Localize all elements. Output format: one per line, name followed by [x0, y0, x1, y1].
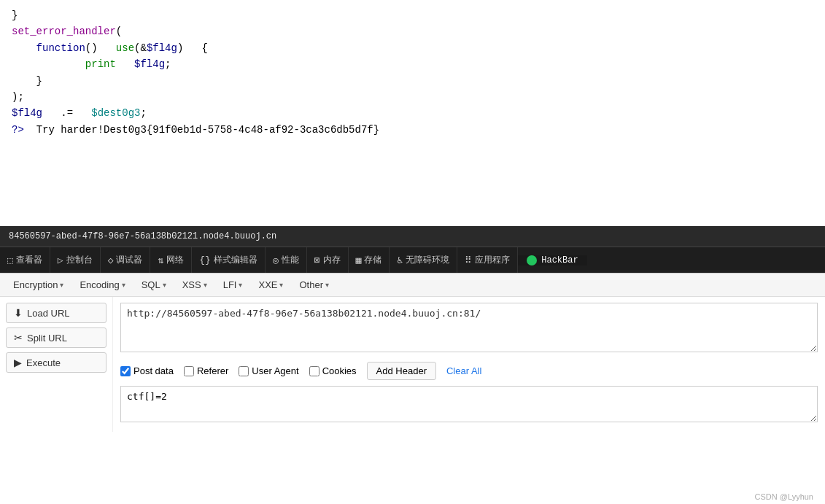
menu-encoding-label: Encoding — [80, 279, 119, 290]
post-data-input[interactable] — [120, 386, 818, 422]
execute-icon: ▶ — [14, 357, 22, 368]
checkbox-referer[interactable]: Referer — [184, 365, 228, 376]
menu-xxe-label: XXE — [258, 279, 277, 290]
menu-encryption-label: Encryption — [13, 279, 58, 290]
code-line: } — [12, 7, 813, 23]
tool-accessibility[interactable]: ♿ 无障碍环境 — [390, 247, 457, 273]
tool-application[interactable]: ⠿ 应用程序 — [457, 247, 518, 273]
tool-inspector[interactable]: ⬚ 查看器 — [0, 247, 50, 273]
sql-arrow-icon: ▾ — [163, 281, 166, 289]
cookies-label: Cookies — [322, 365, 357, 376]
menu-bar: Encryption ▾ Encoding ▾ SQL ▾ XSS ▾ LFI … — [0, 274, 825, 297]
url-bar: 84560597-abed-47f8-96e7-56a138b02121.nod… — [0, 226, 825, 247]
tool-network-label: 网络 — [166, 254, 184, 266]
tool-storage-label: 存储 — [364, 254, 381, 266]
hackbar-panel: Encryption ▾ Encoding ▾ SQL ▾ XSS ▾ LFI … — [0, 273, 825, 432]
tool-performance[interactable]: ◎ 性能 — [266, 247, 307, 273]
checkbox-post-data[interactable]: Post data — [120, 365, 174, 376]
menu-xss[interactable]: XSS ▾ — [175, 276, 214, 293]
watermark: CSDN @Lyyhun — [755, 492, 813, 501]
code-line: } — [12, 73, 813, 89]
devtools-toolbar: ⬚ 查看器 ▷ 控制台 ◇ 调试器 ⇅ 网络 {} 样式编辑器 ◎ 性能 ⊠ 内… — [0, 247, 825, 273]
encryption-arrow-icon: ▾ — [60, 281, 63, 289]
load-url-label: Load URL — [27, 308, 70, 319]
tool-storage[interactable]: ▦ 存储 — [349, 247, 390, 273]
split-url-icon: ✂ — [14, 332, 23, 344]
code-line: ); — [12, 89, 813, 105]
code-line: print $fl4g; — [12, 56, 813, 72]
tool-a11y-label: 无障碍环境 — [406, 254, 449, 266]
code-area: } set_error_handler( function() use(&$fl… — [0, 0, 825, 226]
code-line: set_error_handler( — [12, 23, 813, 39]
tool-debugger[interactable]: ◇ 调试器 — [101, 247, 151, 273]
execute-label: Execute — [26, 357, 61, 368]
menu-encryption[interactable]: Encryption ▾ — [6, 276, 71, 293]
referer-label: Referer — [197, 365, 228, 376]
tool-perf-label: 性能 — [282, 254, 299, 266]
hackbar-label: HackBar — [541, 255, 578, 265]
code-line: $fl4g .= $dest0g3; — [12, 105, 813, 121]
memory-icon: ⊠ — [314, 255, 320, 266]
load-url-button[interactable]: ⬇ Load URL — [6, 303, 106, 323]
tool-style-label: 样式编辑器 — [214, 254, 257, 266]
menu-encoding[interactable]: Encoding ▾ — [72, 276, 132, 293]
hackbar-tab[interactable]: HackBar — [518, 255, 586, 265]
user-agent-checkbox[interactable] — [239, 366, 249, 376]
other-arrow-icon: ▾ — [325, 281, 329, 289]
add-header-button[interactable]: Add Header — [367, 362, 436, 380]
lfi-arrow-icon: ▾ — [239, 281, 242, 289]
menu-lfi-label: LFI — [223, 279, 237, 290]
referer-checkbox[interactable] — [184, 366, 194, 376]
menu-other-label: Other — [299, 279, 323, 290]
url-input[interactable] — [120, 303, 818, 352]
clear-all-button[interactable]: Clear All — [446, 365, 481, 376]
debugger-icon: ◇ — [108, 255, 114, 266]
menu-sql[interactable]: SQL ▾ — [134, 276, 174, 293]
menu-xss-label: XSS — [182, 279, 201, 290]
hackbar-body: ⬇ Load URL ✂ Split URL ▶ Execute Post da… — [0, 297, 825, 432]
tool-inspector-label: 查看器 — [16, 254, 42, 266]
network-icon: ⇅ — [158, 255, 163, 266]
tool-app-label: 应用程序 — [475, 254, 510, 266]
tool-memory[interactable]: ⊠ 内存 — [307, 247, 349, 273]
tool-style-editor[interactable]: {} 样式编辑器 — [192, 247, 266, 273]
tool-debugger-label: 调试器 — [116, 254, 142, 266]
tool-console[interactable]: ▷ 控制台 — [50, 247, 101, 273]
style-icon: {} — [199, 255, 211, 265]
storage-icon: ▦ — [356, 255, 362, 266]
app-icon: ⠿ — [465, 255, 472, 266]
main-content: Post data Referer User Agent Cookies Add… — [113, 297, 825, 432]
split-url-label: Split URL — [27, 333, 67, 344]
menu-other[interactable]: Other ▾ — [292, 276, 336, 293]
xss-arrow-icon: ▾ — [204, 281, 207, 289]
execute-button[interactable]: ▶ Execute — [6, 352, 106, 373]
tool-network[interactable]: ⇅ 网络 — [150, 247, 192, 273]
checkboxes-row: Post data Referer User Agent Cookies Add… — [120, 362, 818, 380]
a11y-icon: ♿ — [397, 255, 403, 266]
tool-memory-label: 内存 — [323, 254, 341, 266]
hackbar-status-dot — [527, 255, 537, 265]
menu-sql-label: SQL — [142, 279, 160, 290]
url-bar-text: 84560597-abed-47f8-96e7-56a138b02121.nod… — [9, 231, 276, 241]
perf-icon: ◎ — [273, 255, 279, 266]
checkbox-cookies[interactable]: Cookies — [309, 365, 357, 376]
menu-lfi[interactable]: LFI ▾ — [216, 276, 250, 293]
post-data-area — [120, 386, 818, 426]
post-data-checkbox[interactable] — [120, 366, 131, 376]
checkbox-user-agent[interactable]: User Agent — [239, 365, 298, 376]
cookies-checkbox[interactable] — [309, 366, 319, 376]
menu-xxe[interactable]: XXE ▾ — [251, 276, 290, 293]
tool-console-label: 控制台 — [66, 254, 93, 266]
post-data-label: Post data — [133, 365, 174, 376]
user-agent-label: User Agent — [252, 365, 298, 376]
xxe-arrow-icon: ▾ — [279, 281, 283, 289]
inspector-icon: ⬚ — [7, 255, 13, 266]
split-url-button[interactable]: ✂ Split URL — [6, 327, 106, 348]
console-icon: ▷ — [58, 255, 63, 266]
load-url-icon: ⬇ — [14, 307, 23, 319]
encoding-arrow-icon: ▾ — [122, 281, 125, 289]
code-line: ?> Try harder!Dest0g3{91f0eb1d-5758-4c48… — [12, 122, 813, 138]
sidebar-buttons: ⬇ Load URL ✂ Split URL ▶ Execute — [0, 297, 113, 432]
code-line: function() use(&$fl4g) { — [12, 40, 813, 56]
